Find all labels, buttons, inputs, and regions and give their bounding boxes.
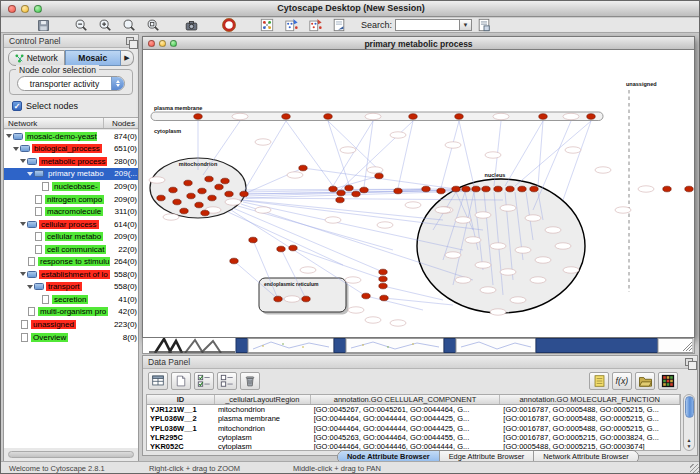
save-session-button[interactable] [35, 18, 51, 32]
network-node[interactable] [539, 114, 547, 120]
table-row[interactable]: YJR121W__1mitochondrion[GO:0045267, GO:0… [147, 405, 680, 414]
tree-row[interactable]: cellular process614(0) [4, 218, 138, 231]
tab-mosaic[interactable]: Mosaic [65, 50, 122, 66]
import-attributes-button[interactable] [635, 372, 655, 390]
disclosure-triangle-icon[interactable] [20, 272, 26, 276]
disclosure-triangle-icon[interactable] [20, 222, 26, 226]
attribute-list-button[interactable] [589, 372, 609, 390]
help-button[interactable] [221, 18, 237, 32]
tree-row[interactable]: transport558(0) [4, 281, 138, 294]
tree-row[interactable]: secretion41(0) [4, 293, 138, 306]
tree-row[interactable]: primary metabo209(... [4, 168, 138, 181]
network-node[interactable] [173, 199, 181, 205]
disclosure-triangle-icon[interactable] [13, 147, 19, 151]
tab-network[interactable]: Network [8, 50, 65, 66]
network-node[interactable] [169, 187, 177, 193]
network-node[interactable] [277, 246, 285, 252]
network-node[interactable] [329, 186, 337, 192]
network-node[interactable] [437, 188, 445, 194]
snapshot-button[interactable] [183, 18, 199, 32]
network-node[interactable] [180, 208, 188, 214]
attribute-matrix-button[interactable] [658, 372, 678, 390]
network-node[interactable] [336, 197, 344, 203]
manage-networks-button[interactable] [331, 18, 347, 32]
network-node[interactable] [225, 191, 233, 197]
network-node[interactable] [282, 114, 290, 120]
network-node[interactable] [157, 195, 165, 201]
network-node[interactable] [195, 202, 203, 208]
network-node[interactable] [198, 188, 206, 194]
tab-overflow-button[interactable]: ▶ [121, 50, 134, 66]
table-row[interactable]: YLR295Ccytoplasm[GO:0045263, GO:0044464,… [147, 433, 680, 442]
network-node[interactable] [201, 210, 209, 216]
network-node[interactable] [379, 283, 387, 289]
table-row[interactable]: YPL036W__1mitochondrion[GO:0044464, GO:0… [147, 424, 680, 433]
disclosure-triangle-icon[interactable] [20, 159, 26, 163]
network-node[interactable] [194, 114, 202, 120]
table-row[interactable]: YPL036W__2plasma membrane[GO:0044464, GO… [147, 414, 680, 423]
network-node[interactable] [379, 276, 387, 282]
network-node[interactable] [289, 245, 297, 251]
open-session-button[interactable] [11, 18, 27, 32]
tree-row[interactable]: cellular metabo209(0) [4, 230, 138, 243]
attribute-table-button[interactable] [148, 372, 168, 390]
network-node[interactable] [394, 188, 402, 194]
table-column-header[interactable]: annotation.GO MOLECULAR_FUNCTION [500, 395, 680, 404]
table-column-header[interactable]: ID [147, 395, 215, 404]
network-node[interactable] [422, 186, 430, 192]
network-canvas[interactable]: plasma membranecytoplasmmitochondrionnuc… [143, 50, 694, 337]
search-options-button[interactable] [476, 18, 492, 32]
tree-row[interactable]: unassigned223(0) [4, 318, 138, 331]
tree-horizontal-scrollbar[interactable] [8, 451, 134, 458]
disclosure-triangle-icon[interactable] [27, 285, 33, 289]
network-node[interactable] [362, 293, 370, 299]
network-node[interactable] [187, 193, 195, 199]
formula-builder-button[interactable]: f(x) [612, 372, 632, 390]
delete-attribute-button[interactable] [240, 372, 260, 390]
new-attribute-button[interactable] [171, 372, 191, 390]
tree-row[interactable]: nitrogen compo209(0) [4, 193, 138, 206]
network-node[interactable] [472, 186, 480, 192]
network-node[interactable] [274, 296, 282, 302]
network-node[interactable] [360, 187, 368, 193]
network-node[interactable] [205, 176, 213, 182]
network-node[interactable] [482, 186, 490, 192]
zoom-out-button[interactable] [73, 18, 89, 32]
tree-row[interactable]: mosaic-demo-yeast874(0) [4, 130, 138, 143]
scrollbar-arrows[interactable]: ▲▼ [684, 437, 694, 449]
network-node[interactable] [518, 186, 526, 192]
float-panel-icon[interactable] [126, 37, 134, 45]
disclosure-triangle-icon[interactable] [27, 172, 33, 176]
zoom-selected-button[interactable] [121, 18, 137, 32]
tree-row[interactable]: nucleobase-209(0) [4, 180, 138, 193]
disclosure-triangle-icon[interactable] [6, 134, 12, 138]
network-node[interactable] [299, 165, 307, 171]
network-node[interactable] [302, 296, 310, 302]
network-node[interactable] [184, 180, 192, 186]
table-vertical-scrollbar[interactable]: ▲▼ [683, 394, 695, 451]
tree-row[interactable]: establishment of lo558(0) [4, 268, 138, 281]
network-node[interactable] [452, 186, 460, 192]
zoom-fit-button[interactable] [145, 18, 161, 32]
search-input[interactable] [395, 19, 459, 31]
tree-row[interactable]: Overview8(0) [4, 331, 138, 344]
network-node[interactable] [230, 258, 238, 264]
tree-row[interactable]: macromolecule311(0) [4, 205, 138, 218]
import-network-blue-button[interactable] [283, 18, 299, 32]
network-node[interactable] [409, 114, 417, 120]
network-node[interactable] [587, 114, 595, 120]
import-network-red-button[interactable] [307, 18, 323, 32]
tree-column-nodes[interactable]: Nodes [104, 118, 138, 128]
network-node[interactable] [337, 190, 345, 196]
network-node[interactable] [221, 178, 229, 184]
network-node[interactable] [249, 237, 257, 243]
table-column-header[interactable]: annotation.GO CELLULAR_COMPONENT [311, 395, 501, 404]
network-node[interactable] [685, 186, 693, 192]
network-node[interactable] [375, 173, 383, 179]
float-data-panel-icon[interactable] [685, 358, 693, 366]
network-node[interactable] [324, 114, 332, 120]
network-node[interactable] [352, 191, 360, 197]
tree-row[interactable]: metabolic process280(0) [4, 155, 138, 168]
network-node[interactable] [663, 186, 671, 192]
network-node[interactable] [240, 191, 248, 197]
